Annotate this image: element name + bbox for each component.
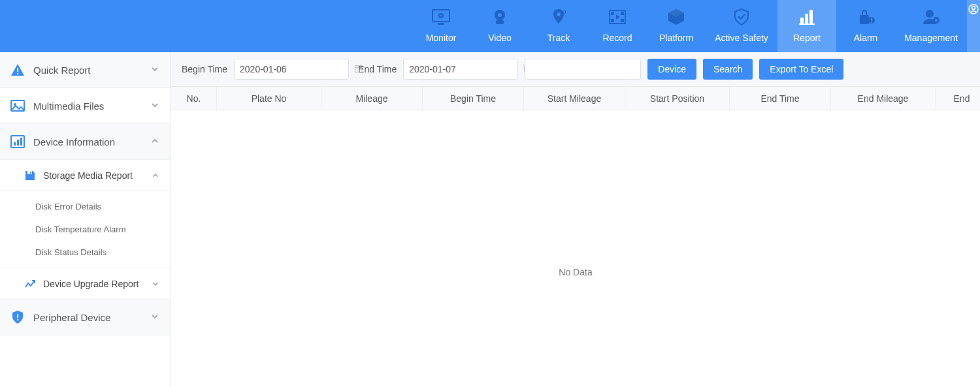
sidebar-quick-report-label: Quick Report: [33, 65, 150, 76]
chevron-up-icon: [150, 136, 161, 147]
begin-time-field[interactable]: [240, 64, 354, 74]
warning-triangle-icon: [10, 62, 25, 78]
svg-rect-13: [621, 20, 623, 22]
nav-monitor-label: Monitor: [426, 33, 457, 43]
sidebar-disk-temperature-alarm[interactable]: Disk Temperature Alarm: [0, 218, 171, 241]
svg-rect-12: [621, 12, 623, 14]
chart-square-icon: [10, 134, 25, 149]
svg-point-39: [17, 319, 18, 320]
nav-report[interactable]: Report: [777, 0, 836, 52]
svg-point-23: [926, 10, 934, 18]
nav-track[interactable]: 9 Track: [529, 0, 588, 52]
topnav-user-corner[interactable]: [967, 0, 980, 52]
user-gear-icon: [921, 7, 941, 27]
svg-rect-37: [30, 172, 31, 174]
search-text-field[interactable]: [531, 59, 635, 79]
svg-rect-18: [799, 23, 815, 25]
begin-time-input[interactable]: [234, 59, 349, 80]
svg-point-29: [17, 73, 18, 74]
nav-alarm[interactable]: Alarm: [836, 0, 895, 52]
nav-management-label: Management: [904, 33, 958, 43]
svg-point-2: [440, 15, 442, 17]
table-header: No. Plate No Mileage Begin Time Start Mi…: [171, 87, 980, 110]
svg-point-22: [871, 22, 872, 23]
svg-rect-34: [17, 140, 19, 146]
end-time-label: End Time: [358, 64, 397, 74]
th-end-mileage: End Mileage: [831, 87, 936, 110]
th-no: No.: [171, 87, 217, 110]
sidebar-peripheral-device[interactable]: Peripheral Device: [0, 300, 171, 335]
th-end-time: End Time: [730, 87, 831, 110]
svg-point-25: [935, 19, 938, 22]
svg-rect-17: [809, 10, 813, 24]
alarm-icon: [855, 7, 876, 27]
sidebar-device-information-label: Device Information: [33, 136, 150, 147]
nav-track-label: Track: [547, 33, 570, 43]
svg-text:9: 9: [563, 9, 566, 15]
sidebar-device-information[interactable]: Device Information: [0, 124, 171, 160]
svg-rect-6: [496, 20, 504, 24]
th-start-position: Start Position: [625, 87, 730, 110]
svg-rect-10: [612, 12, 613, 14]
record-film-icon: [607, 7, 628, 27]
upgrade-icon: [24, 277, 37, 290]
begin-time-label: Begin Time: [182, 64, 227, 74]
svg-point-5: [498, 13, 502, 17]
video-camera-icon: [489, 7, 510, 27]
sidebar-device-upgrade-report[interactable]: Device Upgrade Report: [0, 268, 171, 300]
nav-record[interactable]: Record: [588, 0, 647, 52]
nav-management[interactable]: Management: [895, 0, 967, 52]
sidebar-disk-error-details[interactable]: Disk Error Details: [0, 195, 171, 218]
svg-rect-28: [17, 68, 18, 72]
svg-point-7: [557, 12, 561, 16]
nav-video-label: Video: [488, 33, 512, 43]
nav-alarm-label: Alarm: [854, 33, 878, 43]
svg-rect-38: [17, 314, 18, 318]
sidebar-storage-media-report[interactable]: Storage Media Report: [0, 160, 171, 191]
export-excel-button[interactable]: Export To Excel: [759, 59, 843, 80]
toolbar: Begin Time End Time Device Search Export…: [171, 52, 980, 87]
nav-monitor[interactable]: Monitor: [412, 0, 470, 52]
device-button[interactable]: Device: [647, 59, 696, 80]
th-mileage: Mileage: [321, 87, 423, 110]
sidebar: Quick Report Multimedia Files Device Inf…: [0, 52, 171, 387]
svg-rect-16: [805, 14, 808, 24]
svg-rect-11: [612, 20, 613, 22]
chevron-down-icon: [150, 101, 161, 111]
th-start-mileage: Start Mileage: [524, 87, 625, 110]
svg-point-27: [972, 7, 975, 10]
search-text-input[interactable]: [525, 59, 641, 80]
svg-rect-3: [438, 23, 444, 25]
nav-record-label: Record: [602, 33, 632, 43]
chevron-up-icon: [152, 171, 161, 180]
nav-video[interactable]: Video: [470, 0, 529, 52]
sidebar-multimedia-files[interactable]: Multimedia Files: [0, 88, 171, 124]
sidebar-peripheral-device-label: Peripheral Device: [33, 312, 150, 323]
svg-rect-33: [14, 142, 16, 146]
chevron-down-icon: [152, 279, 161, 288]
svg-marker-14: [616, 14, 620, 20]
svg-rect-35: [20, 138, 22, 146]
svg-rect-30: [11, 101, 24, 111]
user-circle-icon: [968, 4, 979, 14]
chevron-down-icon: [150, 312, 161, 322]
nav-platform[interactable]: Platform: [647, 0, 706, 52]
table-body: No Data: [171, 110, 980, 387]
shield-check-icon: [731, 7, 752, 27]
bar-chart-icon: [796, 7, 817, 27]
th-end: End: [936, 87, 980, 110]
monitor-icon: [431, 7, 451, 27]
nav-platform-label: Platform: [659, 33, 693, 43]
sidebar-disk-status-details[interactable]: Disk Status Details: [0, 241, 171, 264]
main-content: Begin Time End Time Device Search Export…: [171, 52, 980, 387]
sidebar-device-upgrade-report-label: Device Upgrade Report: [43, 279, 152, 289]
end-time-input[interactable]: [403, 59, 518, 80]
nav-active-safety[interactable]: Active Safety: [706, 0, 777, 52]
sidebar-multimedia-files-label: Multimedia Files: [33, 101, 150, 112]
chevron-down-icon: [150, 65, 161, 75]
sidebar-quick-report[interactable]: Quick Report: [0, 52, 171, 88]
end-time-field[interactable]: [409, 64, 523, 74]
search-button[interactable]: Search: [703, 59, 753, 80]
nav-report-label: Report: [793, 33, 821, 43]
topnav: Monitor Video 9 Track Record Platform Ac…: [0, 0, 980, 52]
